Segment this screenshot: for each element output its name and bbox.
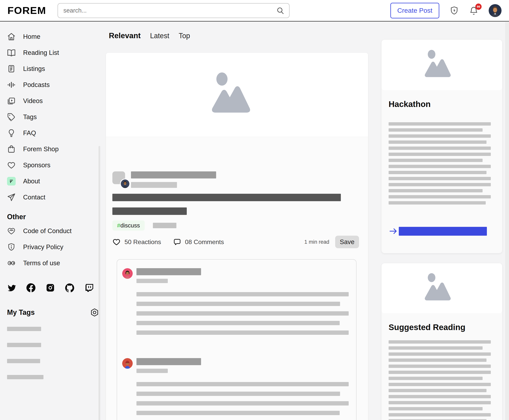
- my-tags-skeleton-list: [7, 327, 99, 379]
- other-section-heading: Other: [7, 213, 99, 221]
- forem-logo[interactable]: FOREM: [7, 5, 46, 16]
- image-placeholder-icon: [419, 271, 464, 306]
- sidebar-item-podcasts[interactable]: Podcasts: [7, 77, 99, 93]
- skeleton-line: [389, 419, 487, 420]
- tag-settings-icon[interactable]: [90, 308, 99, 317]
- commenter-avatar[interactable]: [122, 358, 133, 369]
- skeleton-line: [136, 401, 349, 405]
- sidebar-item-label: Videos: [23, 97, 43, 105]
- skeleton-line: [389, 177, 491, 180]
- hackathon-cta-link-skeleton[interactable]: [399, 227, 487, 236]
- create-post-button[interactable]: Create Post: [390, 3, 439, 18]
- twitch-icon[interactable]: [85, 283, 94, 292]
- sidebar-item-about[interactable]: About: [7, 173, 99, 189]
- skeleton-line: [112, 207, 187, 215]
- skeleton-line: [389, 153, 491, 156]
- sidebar-item-faq[interactable]: FAQ: [7, 125, 99, 141]
- notifications-bell-icon[interactable]: 99: [469, 6, 479, 15]
- article-card[interactable]: #discuss 50 Reactions: [106, 52, 368, 420]
- skeleton-line: [136, 302, 340, 306]
- skeleton-line: [7, 375, 44, 379]
- tag-discuss[interactable]: #discuss: [112, 220, 145, 231]
- hackathon-title: Hackathon: [389, 99, 495, 109]
- sidebar-item-home[interactable]: Home: [7, 29, 99, 45]
- heart-icon: [7, 161, 16, 169]
- github-icon[interactable]: [65, 283, 74, 292]
- sidebar-item-terms-of-use[interactable]: Terms of use: [7, 255, 99, 271]
- notification-count-badge: 99: [475, 4, 482, 10]
- tag-hash: #: [117, 222, 120, 229]
- skeleton-line: [136, 411, 340, 415]
- page-scrollbar[interactable]: [505, 22, 509, 420]
- skeleton-line: [389, 383, 491, 386]
- commenter-avatar[interactable]: [122, 268, 133, 279]
- hackathon-card[interactable]: Hackathon: [381, 40, 502, 253]
- sidebar-scrollbar[interactable]: [98, 146, 100, 420]
- comment-item[interactable]: [122, 268, 347, 340]
- book-open-icon: [7, 48, 16, 57]
- comments-preview-box: [117, 259, 356, 420]
- skeleton-line: [389, 377, 483, 380]
- tag-skeleton: [153, 223, 176, 228]
- tag-icon: [7, 113, 16, 121]
- videos-icon: [7, 97, 16, 105]
- skeleton-line: [136, 292, 349, 296]
- reactions-count: 50 Reactions: [125, 238, 161, 246]
- sidebar-item-sponsors[interactable]: Sponsors: [7, 157, 99, 173]
- sidebar-item-reading-list[interactable]: Reading List: [7, 45, 99, 61]
- tab-top[interactable]: Top: [179, 32, 190, 40]
- suggested-reading-card[interactable]: Suggested Reading: [381, 263, 502, 420]
- my-tags-heading: My Tags: [7, 308, 35, 316]
- skeleton-line: [389, 365, 491, 368]
- tab-relevant[interactable]: Relevant: [109, 31, 141, 40]
- skeleton-line: [389, 134, 491, 138]
- commenter-meta-skeleton: [136, 369, 168, 373]
- image-placeholder-icon: [419, 48, 464, 82]
- comment-item[interactable]: [122, 358, 347, 420]
- tab-latest[interactable]: Latest: [150, 32, 169, 40]
- sidebar-item-privacy-policy[interactable]: Privacy Policy: [7, 239, 99, 255]
- comments-button[interactable]: 08 Comments: [173, 238, 224, 246]
- tag-label: discuss: [120, 222, 140, 229]
- shopping-bag-icon: [7, 145, 16, 153]
- right-sidebar: Hackathon Suggested Reading: [381, 29, 502, 420]
- facebook-icon[interactable]: [26, 283, 36, 292]
- skeleton-line: [389, 413, 491, 416]
- suggested-reading-title: Suggested Reading: [389, 323, 495, 332]
- social-links: [7, 283, 99, 292]
- sidebar-item-contact[interactable]: Contact: [7, 189, 99, 205]
- moderation-shield-icon[interactable]: [450, 6, 459, 15]
- skeleton-line: [389, 165, 491, 168]
- sidebar-item-label: Contact: [23, 194, 45, 201]
- sidebar-item-label: Sponsors: [23, 161, 50, 169]
- eyes-icon: [7, 259, 16, 267]
- home-icon: [7, 32, 16, 41]
- sidebar-item-listings[interactable]: Listings: [7, 61, 99, 77]
- instagram-icon[interactable]: [46, 283, 55, 292]
- user-avatar[interactable]: [489, 4, 502, 17]
- skeleton-line: [136, 330, 349, 335]
- sidebar-item-label: About: [23, 178, 40, 185]
- hackathon-skeleton-list: [389, 122, 495, 204]
- sidebar-item-videos[interactable]: Videos: [7, 93, 99, 109]
- reactions-button[interactable]: 50 Reactions: [112, 238, 161, 246]
- skeleton-line: [389, 401, 491, 404]
- twitter-icon[interactable]: [7, 283, 16, 292]
- read-time: 1 min read: [304, 239, 329, 245]
- sidebar-item-tags[interactable]: Tags: [7, 109, 99, 125]
- commenter-meta-skeleton: [136, 279, 168, 283]
- search-icon[interactable]: [276, 7, 284, 15]
- skeleton-line: [136, 382, 349, 386]
- article-author[interactable]: [112, 171, 359, 189]
- skeleton-line: [389, 195, 491, 198]
- sidebar-item-label: FAQ: [23, 129, 36, 137]
- sidebar-item-code-of-conduct[interactable]: Code of Conduct: [7, 223, 99, 239]
- save-button[interactable]: Save: [335, 236, 359, 248]
- paper-plane-icon: [7, 193, 16, 202]
- sidebar-item-forem-shop[interactable]: Forem Shop: [7, 141, 99, 157]
- sidebar-item-label: Forem Shop: [23, 145, 59, 153]
- author-avatar[interactable]: [120, 179, 130, 189]
- search-input[interactable]: [58, 3, 289, 18]
- feed-tabs: Relevant Latest Top: [106, 29, 368, 40]
- skeleton-line: [389, 128, 483, 132]
